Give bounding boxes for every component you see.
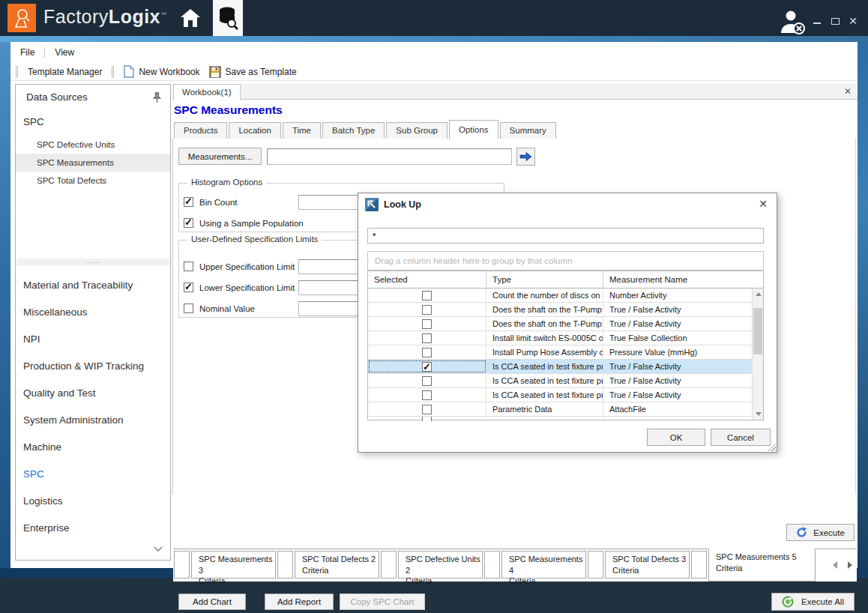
criteria-tab-spc-measurements-4[interactable]: SPC Measurements 4Criteria xyxy=(501,551,586,579)
close-window-button[interactable]: ✕ xyxy=(847,16,859,27)
scrollbar-thumb[interactable] xyxy=(753,308,762,354)
category-quality-test[interactable]: Quality and Test xyxy=(16,380,170,407)
menu-view[interactable]: View xyxy=(45,47,84,58)
criteria-tab-spc-total-defects-2[interactable]: SPC Total Defects 2Criteria xyxy=(295,551,379,579)
tab-time[interactable]: Time xyxy=(283,122,321,139)
save-as-template-button[interactable]: Save as Template xyxy=(205,66,301,78)
new-workbook-button[interactable]: New Workbook xyxy=(119,65,204,78)
template-manager-button[interactable]: Template Manager xyxy=(23,67,106,77)
category-npi[interactable]: NPI xyxy=(16,326,170,353)
ok-button[interactable]: OK xyxy=(647,429,705,446)
tab-location[interactable]: Location xyxy=(229,122,280,139)
add-report-button[interactable]: Add Report xyxy=(265,594,334,610)
measurements-input[interactable] xyxy=(267,148,512,165)
sidebar-item-spc-total-defects[interactable]: SPC Total Defects xyxy=(16,172,170,190)
bin-count-checkbox[interactable] xyxy=(184,197,193,207)
row-checkbox[interactable] xyxy=(422,291,432,301)
criteria-tab-stub[interactable] xyxy=(691,551,707,579)
measurements-button[interactable]: Measurements... xyxy=(178,148,262,165)
lookup-row-selected[interactable]: Is CCA seated in test fixture pr... True… xyxy=(368,360,763,374)
row-checkbox[interactable] xyxy=(422,319,432,329)
upper-spec-checkbox[interactable] xyxy=(184,262,193,271)
execute-button[interactable]: Execute xyxy=(786,524,855,541)
pin-icon[interactable] xyxy=(153,92,161,106)
lookup-row[interactable]: Install limit switch ES-0005C on... True… xyxy=(368,331,763,345)
logout-user-icon[interactable] xyxy=(778,9,808,34)
chevron-down-icon[interactable] xyxy=(154,542,163,555)
lookup-row[interactable]: Install Pump Hose Assembly on... Pressur… xyxy=(368,345,763,360)
criteria-tab-stub[interactable] xyxy=(484,551,500,579)
row-checkbox[interactable] xyxy=(422,405,432,414)
row-measurement-name: True / False Activity xyxy=(603,360,752,373)
category-logistics[interactable]: Logistics xyxy=(16,488,170,515)
category-spc[interactable]: SPC xyxy=(16,461,170,488)
category-production-wip[interactable]: Production & WIP Tracking xyxy=(16,353,170,380)
scroll-down-icon[interactable] xyxy=(753,408,764,420)
workbook-close-icon[interactable]: ✕ xyxy=(844,86,852,97)
criteria-tab-spc-total-defects-3[interactable]: SPC Total Defects 3Criteria xyxy=(605,551,690,579)
lookup-dialog-title: Look Up xyxy=(384,199,421,210)
sidebar-item-spc-defective-units[interactable]: SPC Defective Units xyxy=(16,136,170,154)
lookup-dialog: Look Up ✕ Drag a column header here to g… xyxy=(358,193,777,453)
column-header-measurement-name[interactable]: Measurement Name xyxy=(603,271,752,288)
tab-summary[interactable]: Summary xyxy=(500,122,556,139)
lookup-row[interactable]: Does the shaft on the T-Pump ... True / … xyxy=(368,317,763,331)
lower-spec-checkbox[interactable] xyxy=(184,283,193,292)
workbook-tab[interactable]: Workbook(1) xyxy=(173,84,241,100)
criteria-tab-stub[interactable] xyxy=(277,551,293,579)
row-checkbox[interactable] xyxy=(422,305,432,315)
group-by-drop-zone[interactable]: Drag a column header here to group by th… xyxy=(367,251,764,271)
minimize-button[interactable] xyxy=(811,16,823,27)
category-machine[interactable]: Machine xyxy=(16,434,170,461)
lookup-row[interactable]: Does the shaft on the T-Pump ... True / … xyxy=(368,303,763,317)
category-system-admin[interactable]: System Administration xyxy=(16,407,170,434)
table-scrollbar[interactable] xyxy=(752,289,763,420)
nominal-value-checkbox[interactable] xyxy=(184,304,193,313)
tab-options[interactable]: Options xyxy=(449,120,498,139)
lookup-row[interactable]: Is CCA seated in test fixture pr... True… xyxy=(368,388,763,402)
scroll-tabs-right-icon[interactable] xyxy=(848,561,852,569)
lookup-filter-input[interactable] xyxy=(367,228,764,244)
sidebar-group-spc[interactable]: SPC xyxy=(23,116,44,127)
scroll-up-icon[interactable] xyxy=(753,289,764,300)
lookup-row[interactable]: Parametric Data AttachFile xyxy=(368,402,763,417)
cancel-button[interactable]: Cancel xyxy=(711,429,771,446)
column-header-selected[interactable]: Selected xyxy=(368,271,486,288)
row-checkbox[interactable] xyxy=(422,362,432,372)
sample-population-checkbox[interactable] xyxy=(184,218,193,228)
criteria-tab-spc-measurements-5[interactable]: SPC Measurements 5Criteria xyxy=(708,549,816,582)
row-checkbox[interactable] xyxy=(422,376,432,386)
criteria-tab-stub[interactable] xyxy=(174,551,190,579)
tab-products[interactable]: Products xyxy=(174,122,227,139)
add-chart-button[interactable]: Add Chart xyxy=(178,594,246,610)
execute-all-button[interactable]: Execute All xyxy=(771,593,855,611)
brand-name: FactoryLogix™ xyxy=(43,6,167,28)
criteria-tab-spc-measurements-3[interactable]: SPC Measurements 3Criteria xyxy=(191,551,276,579)
home-icon[interactable] xyxy=(178,6,203,30)
category-material-traceability[interactable]: Material and Traceability xyxy=(16,272,170,299)
row-checkbox[interactable] xyxy=(422,333,432,343)
menu-file[interactable]: File xyxy=(10,47,44,58)
lookup-table-header: Selected Type Measurement Name xyxy=(368,271,763,289)
category-enterprise[interactable]: Enterprise xyxy=(16,515,170,542)
row-measurement-name: True / False Activity xyxy=(603,388,752,402)
lookup-close-icon[interactable]: ✕ xyxy=(759,198,768,210)
column-header-type[interactable]: Type xyxy=(486,271,603,288)
scroll-tabs-left-icon[interactable] xyxy=(833,561,837,569)
tab-sub-group[interactable]: Sub Group xyxy=(386,122,447,139)
lookup-dialog-titlebar[interactable]: Look Up ✕ xyxy=(358,193,777,216)
lookup-row[interactable]: Is CCA seated in test fixture pr... True… xyxy=(368,374,763,388)
category-miscellaneous[interactable]: Miscellaneous xyxy=(16,299,170,326)
criteria-tab-stub[interactable] xyxy=(588,551,603,579)
maximize-button[interactable] xyxy=(829,16,841,27)
row-checkbox[interactable] xyxy=(422,390,432,400)
tab-batch-type[interactable]: Batch Type xyxy=(322,122,385,139)
sidebar-splitter[interactable]: ...... xyxy=(16,259,169,266)
sidebar-item-spc-measurements[interactable]: SPC Measurements xyxy=(16,154,170,172)
criteria-tab-spc-defective-units-2[interactable]: SPC Defective Units 2Criteria xyxy=(398,551,483,579)
row-checkbox[interactable] xyxy=(422,348,432,357)
lookup-row[interactable]: Count the number of discs on t... Number… xyxy=(368,289,763,303)
data-sources-icon[interactable] xyxy=(213,0,243,36)
criteria-tab-stub[interactable] xyxy=(381,551,397,579)
apply-measurements-button[interactable] xyxy=(516,148,535,166)
